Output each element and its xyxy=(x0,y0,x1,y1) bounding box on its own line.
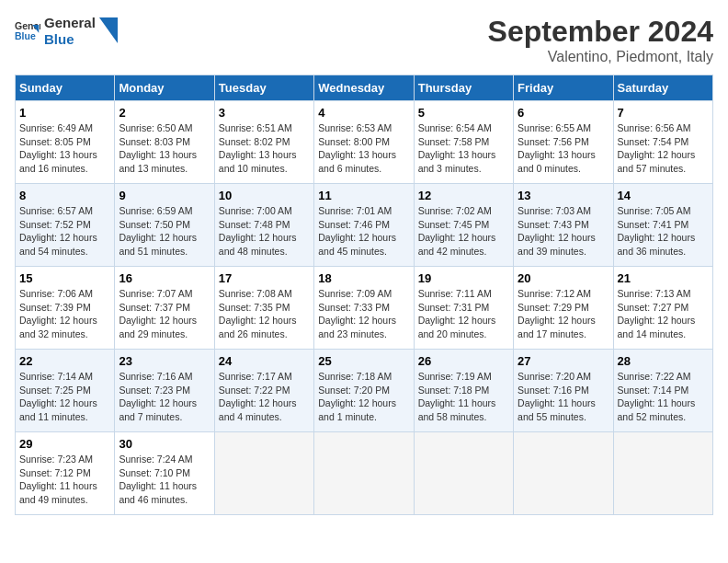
svg-marker-3 xyxy=(99,17,118,43)
day-number: 16 xyxy=(119,271,210,285)
cell-content: Sunrise: 7:13 AMSunset: 7:27 PMDaylight:… xyxy=(618,287,709,341)
calendar-cell: 2Sunrise: 6:50 AMSunset: 8:03 PMDaylight… xyxy=(115,101,214,184)
calendar-cell: 13Sunrise: 7:03 AMSunset: 7:43 PMDayligh… xyxy=(514,184,613,267)
cell-content: Sunrise: 7:12 AMSunset: 7:29 PMDaylight:… xyxy=(518,287,609,341)
cell-content: Sunrise: 6:54 AMSunset: 7:58 PMDaylight:… xyxy=(418,121,509,176)
cell-content: Sunrise: 6:49 AMSunset: 8:05 PMDaylight:… xyxy=(19,121,110,176)
day-number: 1 xyxy=(19,106,110,120)
cell-content: Sunrise: 6:51 AMSunset: 8:02 PMDaylight:… xyxy=(219,121,310,176)
calendar-cell: 15Sunrise: 7:06 AMSunset: 7:39 PMDayligh… xyxy=(16,267,115,350)
logo-line2: Blue xyxy=(44,31,96,48)
cell-content: Sunrise: 7:16 AMSunset: 7:23 PMDaylight:… xyxy=(119,370,210,424)
day-number: 4 xyxy=(318,106,409,120)
calendar-header-row: SundayMondayTuesdayWednesdayThursdayFrid… xyxy=(16,75,713,101)
day-number: 11 xyxy=(318,189,409,202)
cell-content: Sunrise: 7:02 AMSunset: 7:45 PMDaylight:… xyxy=(418,204,509,259)
cell-content: Sunrise: 7:03 AMSunset: 7:43 PMDaylight:… xyxy=(518,204,609,259)
calendar-cell: 24Sunrise: 7:17 AMSunset: 7:22 PMDayligh… xyxy=(214,350,313,432)
week-row-2: 8Sunrise: 6:57 AMSunset: 7:52 PMDaylight… xyxy=(16,184,713,267)
calendar-cell: 6Sunrise: 6:55 AMSunset: 7:56 PMDaylight… xyxy=(514,101,613,184)
calendar-cell: 19Sunrise: 7:11 AMSunset: 7:31 PMDayligh… xyxy=(414,267,513,350)
day-number: 3 xyxy=(219,106,310,120)
day-number: 21 xyxy=(618,271,709,285)
day-number: 28 xyxy=(618,354,709,368)
logo-icon: General Blue xyxy=(15,18,40,44)
calendar-cell xyxy=(514,432,613,515)
logo: General Blue General Blue xyxy=(15,15,118,48)
week-row-5: 29Sunrise: 7:23 AMSunset: 7:12 PMDayligh… xyxy=(16,432,713,515)
cell-content: Sunrise: 7:19 AMSunset: 7:18 PMDaylight:… xyxy=(418,370,509,424)
day-number: 15 xyxy=(19,271,110,285)
day-number: 5 xyxy=(418,106,509,120)
calendar-cell: 26Sunrise: 7:19 AMSunset: 7:18 PMDayligh… xyxy=(414,350,513,432)
cell-content: Sunrise: 7:24 AMSunset: 7:10 PMDaylight:… xyxy=(119,453,210,507)
calendar-cell: 18Sunrise: 7:09 AMSunset: 7:33 PMDayligh… xyxy=(314,267,414,350)
week-row-4: 22Sunrise: 7:14 AMSunset: 7:25 PMDayligh… xyxy=(16,350,713,432)
day-header-tuesday: Tuesday xyxy=(214,75,313,101)
calendar-cell: 14Sunrise: 7:05 AMSunset: 7:41 PMDayligh… xyxy=(613,184,712,267)
day-header-sunday: Sunday xyxy=(16,75,115,101)
day-number: 24 xyxy=(219,354,310,368)
day-number: 18 xyxy=(318,271,409,285)
calendar-table: SundayMondayTuesdayWednesdayThursdayFrid… xyxy=(15,75,713,515)
week-row-3: 15Sunrise: 7:06 AMSunset: 7:39 PMDayligh… xyxy=(16,267,713,350)
cell-content: Sunrise: 7:14 AMSunset: 7:25 PMDaylight:… xyxy=(19,370,110,424)
calendar-cell: 16Sunrise: 7:07 AMSunset: 7:37 PMDayligh… xyxy=(115,267,214,350)
calendar-cell: 29Sunrise: 7:23 AMSunset: 7:12 PMDayligh… xyxy=(16,432,115,515)
calendar-cell: 23Sunrise: 7:16 AMSunset: 7:23 PMDayligh… xyxy=(115,350,214,432)
svg-text:Blue: Blue xyxy=(15,30,36,41)
calendar-cell: 7Sunrise: 6:56 AMSunset: 7:54 PMDaylight… xyxy=(613,101,712,184)
cell-content: Sunrise: 6:50 AMSunset: 8:03 PMDaylight:… xyxy=(119,121,210,176)
day-number: 20 xyxy=(518,271,609,285)
cell-content: Sunrise: 7:22 AMSunset: 7:14 PMDaylight:… xyxy=(618,370,709,424)
day-number: 17 xyxy=(219,271,310,285)
day-number: 9 xyxy=(119,189,210,202)
cell-content: Sunrise: 6:56 AMSunset: 7:54 PMDaylight:… xyxy=(618,121,709,176)
calendar-cell: 8Sunrise: 6:57 AMSunset: 7:52 PMDaylight… xyxy=(16,184,115,267)
calendar-cell: 27Sunrise: 7:20 AMSunset: 7:16 PMDayligh… xyxy=(514,350,613,432)
calendar-cell: 1Sunrise: 6:49 AMSunset: 8:05 PMDaylight… xyxy=(16,101,115,184)
calendar-cell: 12Sunrise: 7:02 AMSunset: 7:45 PMDayligh… xyxy=(414,184,513,267)
calendar-cell: 25Sunrise: 7:18 AMSunset: 7:20 PMDayligh… xyxy=(314,350,414,432)
cell-content: Sunrise: 7:09 AMSunset: 7:33 PMDaylight:… xyxy=(318,287,409,341)
day-header-saturday: Saturday xyxy=(613,75,712,101)
day-number: 23 xyxy=(119,354,210,368)
day-number: 25 xyxy=(318,354,409,368)
day-number: 22 xyxy=(19,354,110,368)
day-number: 2 xyxy=(119,106,210,120)
calendar-cell xyxy=(314,432,414,515)
location-subtitle: Valentino, Piedmont, Italy xyxy=(488,49,713,65)
calendar-cell: 4Sunrise: 6:53 AMSunset: 8:00 PMDaylight… xyxy=(314,101,414,184)
day-number: 10 xyxy=(219,189,310,202)
cell-content: Sunrise: 6:59 AMSunset: 7:50 PMDaylight:… xyxy=(119,204,210,259)
cell-content: Sunrise: 7:08 AMSunset: 7:35 PMDaylight:… xyxy=(219,287,310,341)
calendar-cell: 30Sunrise: 7:24 AMSunset: 7:10 PMDayligh… xyxy=(115,432,214,515)
cell-content: Sunrise: 7:00 AMSunset: 7:48 PMDaylight:… xyxy=(219,204,310,259)
cell-content: Sunrise: 6:53 AMSunset: 8:00 PMDaylight:… xyxy=(318,121,409,176)
calendar-cell: 20Sunrise: 7:12 AMSunset: 7:29 PMDayligh… xyxy=(514,267,613,350)
calendar-cell: 22Sunrise: 7:14 AMSunset: 7:25 PMDayligh… xyxy=(16,350,115,432)
cell-content: Sunrise: 6:57 AMSunset: 7:52 PMDaylight:… xyxy=(19,204,110,259)
calendar-cell: 17Sunrise: 7:08 AMSunset: 7:35 PMDayligh… xyxy=(214,267,313,350)
cell-content: Sunrise: 7:18 AMSunset: 7:20 PMDaylight:… xyxy=(318,370,409,424)
day-number: 7 xyxy=(618,106,709,120)
cell-content: Sunrise: 7:05 AMSunset: 7:41 PMDaylight:… xyxy=(618,204,709,259)
logo-line1: General xyxy=(44,15,96,31)
cell-content: Sunrise: 7:23 AMSunset: 7:12 PMDaylight:… xyxy=(19,453,110,507)
calendar-cell: 9Sunrise: 6:59 AMSunset: 7:50 PMDaylight… xyxy=(115,184,214,267)
day-header-wednesday: Wednesday xyxy=(314,75,414,101)
cell-content: Sunrise: 7:06 AMSunset: 7:39 PMDaylight:… xyxy=(19,287,110,341)
cell-content: Sunrise: 7:20 AMSunset: 7:16 PMDaylight:… xyxy=(518,370,609,424)
calendar-cell xyxy=(214,432,313,515)
day-header-monday: Monday xyxy=(115,75,214,101)
week-row-1: 1Sunrise: 6:49 AMSunset: 8:05 PMDaylight… xyxy=(16,101,713,184)
title-area: September 2024 Valentino, Piedmont, Ital… xyxy=(488,15,713,65)
calendar-cell: 28Sunrise: 7:22 AMSunset: 7:14 PMDayligh… xyxy=(613,350,712,432)
day-header-friday: Friday xyxy=(514,75,613,101)
header: General Blue General Blue September 2024… xyxy=(15,15,713,65)
day-number: 8 xyxy=(19,189,110,202)
calendar-cell: 10Sunrise: 7:00 AMSunset: 7:48 PMDayligh… xyxy=(214,184,313,267)
cell-content: Sunrise: 6:55 AMSunset: 7:56 PMDaylight:… xyxy=(518,121,609,176)
cell-content: Sunrise: 7:01 AMSunset: 7:46 PMDaylight:… xyxy=(318,204,409,259)
day-number: 12 xyxy=(418,189,509,202)
